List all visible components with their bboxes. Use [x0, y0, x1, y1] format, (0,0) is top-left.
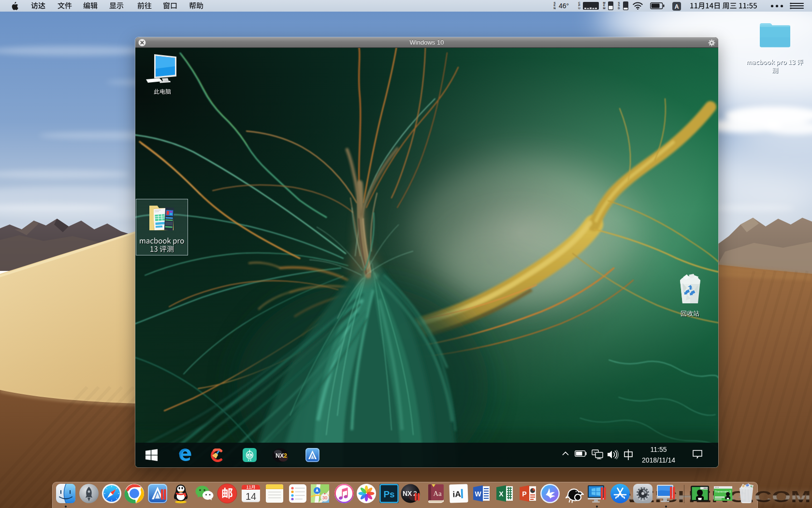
- svg-text:A: A: [675, 3, 679, 10]
- svg-text:NX: NX: [403, 490, 412, 497]
- svg-text:14: 14: [246, 491, 256, 502]
- svg-text:W: W: [475, 490, 481, 498]
- svg-text:NX: NX: [276, 452, 284, 459]
- svg-text:X: X: [499, 490, 504, 498]
- svg-text:Aa: Aa: [433, 490, 442, 497]
- svg-text:iA: iA: [452, 490, 461, 499]
- svg-text:30: 30: [322, 495, 327, 500]
- svg-text:2: 2: [284, 452, 287, 459]
- svg-text:P: P: [522, 490, 526, 498]
- svg-text:Ps: Ps: [383, 489, 394, 499]
